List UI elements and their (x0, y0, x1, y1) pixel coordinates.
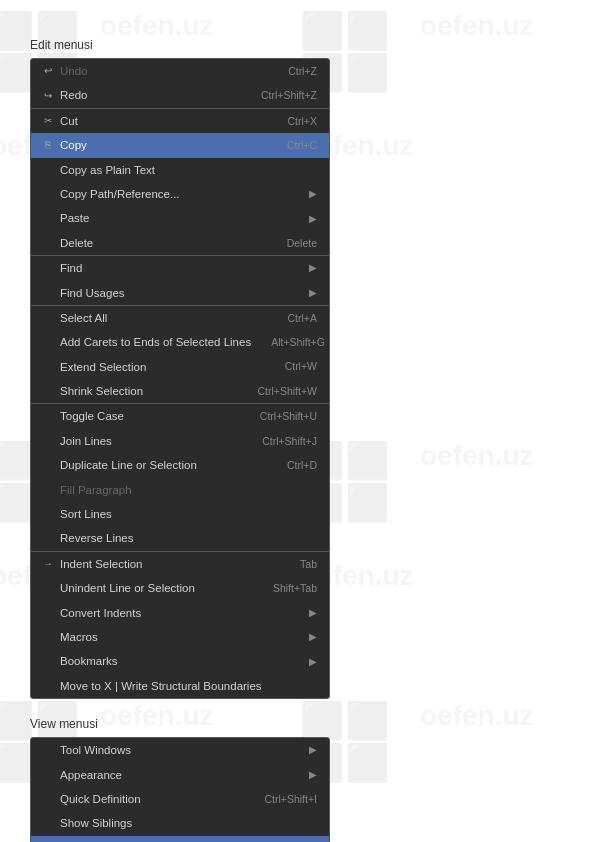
redo-icon: ↪ (41, 88, 55, 104)
menu-item-add-carets[interactable]: Add Carets to Ends of Selected Lines Alt… (31, 330, 329, 354)
menu-item-find[interactable]: Find ▶ (31, 256, 329, 280)
menu-item-join-lines[interactable]: Join Lines Ctrl+Shift+J (31, 429, 329, 453)
menu-item-reverse-lines[interactable]: Reverse Lines (31, 526, 329, 550)
menu-item-redo[interactable]: ↪ Redo Ctrl+Shift+Z (31, 83, 329, 107)
edit-menu-box: ↩ Undo Ctrl+Z ↪ Redo Ctrl+Shift+Z ✂ Cut … (30, 58, 330, 699)
menu-item-extend-selection[interactable]: Extend Selection Ctrl+W (31, 355, 329, 379)
menu-item-cut[interactable]: ✂ Cut Ctrl+X (31, 109, 329, 133)
menu-item-tool-windows[interactable]: Tool Windows ▶ (31, 738, 329, 762)
menu-item-fill-paragraph[interactable]: Fill Paragraph (31, 478, 329, 502)
menu-item-sort-lines[interactable]: Sort Lines (31, 502, 329, 526)
menu-item-quick-definition[interactable]: Quick Definition Ctrl+Shift+I (31, 787, 329, 811)
menu-item-convert-indents[interactable]: Convert Indents ▶ (31, 601, 329, 625)
cut-icon: ✂ (41, 113, 55, 129)
menu-item-indent[interactable]: → Indent Selection Tab (31, 552, 329, 576)
menu-item-undo[interactable]: ↩ Undo Ctrl+Z (31, 59, 329, 83)
copy-icon: ⎘ (41, 137, 55, 153)
menu-item-shrink-selection[interactable]: Shrink Selection Ctrl+Shift+W (31, 379, 329, 403)
menu-item-unindent[interactable]: Unindent Line or Selection Shift+Tab (31, 576, 329, 600)
menu-item-quick-type[interactable]: Quick Type Definition (31, 836, 329, 842)
menu-item-macros[interactable]: Macros ▶ (31, 625, 329, 649)
menu-item-copy[interactable]: ⎘ Copy Ctrl+C (31, 133, 329, 157)
menu-item-paste[interactable]: Paste ▶ (31, 206, 329, 230)
menu-item-more[interactable]: Move to X | Write Structural Boundaries (31, 674, 329, 698)
menu-item-show-siblings[interactable]: Show Siblings (31, 811, 329, 835)
menu-item-copy-plain[interactable]: Copy as Plain Text (31, 158, 329, 182)
indent-icon: → (41, 556, 55, 572)
menu-item-find-usages[interactable]: Find Usages ▶ (31, 281, 329, 305)
menu-item-copy-path[interactable]: Copy Path/Reference... ▶ (31, 182, 329, 206)
view-menu-label: View menusi (30, 717, 565, 731)
menu-item-duplicate-line[interactable]: Duplicate Line or Selection Ctrl+D (31, 453, 329, 477)
view-menu-box: Tool Windows ▶ Appearance ▶ Quick Defini… (30, 737, 330, 842)
menu-item-delete[interactable]: Delete Delete (31, 231, 329, 255)
menu-item-toggle-case[interactable]: Toggle Case Ctrl+Shift+U (31, 404, 329, 428)
page-content: Edit menusi ↩ Undo Ctrl+Z ↪ Redo Ctrl+Sh… (0, 0, 595, 842)
menu-item-select-all[interactable]: Select All Ctrl+A (31, 306, 329, 330)
menu-item-appearance[interactable]: Appearance ▶ (31, 763, 329, 787)
menu-item-bookmarks[interactable]: Bookmarks ▶ (31, 649, 329, 673)
undo-icon: ↩ (41, 63, 55, 79)
edit-menu-label: Edit menusi (30, 38, 565, 52)
